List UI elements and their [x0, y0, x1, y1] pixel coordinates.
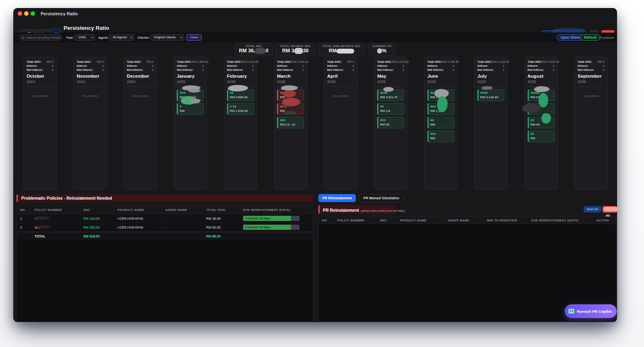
total-anc-value: RM 3,134.40	[492, 60, 509, 64]
minimize-window-button[interactable]	[24, 11, 29, 16]
policy-chip[interactable]: 40450	[528, 103, 555, 115]
column-header: DUE REINSTATEMENT (DAYS)	[528, 219, 593, 222]
policy-chip[interactable]: 4 93 RM 1,526.40	[227, 103, 254, 115]
policy-amount	[530, 109, 553, 113]
policy-chip[interactable]: 403 RM 2,0 .10	[277, 117, 304, 128]
divider	[377, 87, 404, 87]
stat-label: TOTAL INFORCE ANC	[280, 45, 311, 48]
column-header: TOTAL PAID	[203, 208, 240, 212]
year-select[interactable]: 2026▾	[75, 34, 95, 41]
search-box[interactable]	[19, 34, 62, 41]
policy-number: 403	[380, 118, 402, 122]
clear-filters-button[interactable]: Clear	[186, 34, 202, 41]
no-policies-text: No policies	[127, 94, 154, 98]
add-all-button[interactable]: Add All	[584, 206, 601, 213]
inforce-label: Inforce:	[528, 64, 539, 68]
policy-chip[interactable]: 40.1 RM	[277, 103, 304, 115]
not-inforce-value: 0	[353, 68, 354, 72]
month-name: February	[227, 74, 254, 78]
copilot-button[interactable]: RynoxX PR Copilot	[565, 304, 617, 318]
total-anc-value: RM 2,865.00	[192, 60, 208, 64]
policy-amount: RM	[530, 136, 553, 140]
clear-all-label: Clear All	[606, 207, 614, 217]
search-input[interactable]	[26, 35, 61, 40]
inforce-value: 3	[402, 64, 404, 68]
not-inforce-value: 0	[252, 68, 254, 72]
policy-chip[interactable]: 15 RM 40	[528, 117, 555, 128]
total-anc-label: Total ANC:	[427, 60, 442, 64]
total-anc-label: Total ANC:	[277, 60, 292, 64]
divider	[327, 87, 354, 87]
zoom-window-button[interactable]	[31, 11, 35, 16]
divider	[127, 87, 154, 87]
inforce-value: 1	[302, 64, 304, 68]
close-window-button[interactable]	[18, 11, 22, 16]
agent-select[interactable]: All Agents▾	[109, 34, 134, 41]
total-value: RM 528.00	[80, 234, 114, 238]
policy-chip[interactable]: 40 RM	[528, 130, 555, 142]
clients-select[interactable]: Original Clients▾	[150, 34, 184, 41]
not-inforce-value: 2	[302, 68, 304, 72]
window-titlebar: Persistency Ratio	[14, 8, 617, 18]
policy-chip[interactable]: 4036 RM 3,911.40	[377, 89, 404, 101]
policy-chip[interactable]: 403 RM 2,356.0	[177, 89, 204, 101]
not-inforce-label: Not Inforce:	[528, 68, 544, 72]
policy-chip[interactable]: 40 RM 3,6	[377, 103, 404, 115]
policy-chip[interactable]: 403 RM 55	[377, 117, 404, 128]
month-year: 2024	[76, 79, 103, 84]
section-note: (please select policy from left table)	[361, 209, 405, 212]
no-policies-text: No policies	[327, 94, 354, 98]
policy-number: 404	[430, 105, 452, 108]
month-year: 2024	[127, 79, 154, 84]
total-label: TOTAL	[31, 234, 80, 238]
total-anc-value: RM 3,349.10	[292, 60, 309, 64]
not-inforce-value: 0	[102, 68, 103, 72]
refresh-button[interactable]: Refresh	[580, 34, 601, 41]
inforce-value: 0	[353, 64, 354, 68]
months-timeline: Total ANC:RM 0 Inforce:0 Not Inforce:0 O…	[23, 57, 608, 190]
column-header: PRODUCT NAME	[397, 219, 444, 222]
policy-chip[interactable]: 40450 RM 977.40	[528, 89, 555, 101]
month-card: Total ANC:RM 2,865.00 Inforce:2 Not Info…	[173, 57, 207, 190]
month-name: March	[277, 74, 304, 78]
column-header: AGENT NAME	[444, 219, 484, 222]
policy-amount: RM	[280, 109, 302, 113]
total-anc-label: Total ANC:	[528, 60, 543, 64]
inforce-label: Inforce:	[427, 64, 438, 68]
month-year: 2024	[27, 79, 54, 84]
column-header: AGENT NAME	[162, 208, 203, 212]
policy-number: 404	[430, 132, 452, 136]
policy-chip[interactable]: 4 RM	[177, 103, 204, 115]
total-anc-label: Total ANC:	[27, 60, 41, 64]
policy-chip[interactable]: 40 RM	[277, 89, 304, 101]
table-row[interactable]: 14RM 228.00i-GR8 HARAPAN -RM 38.00 2 mon…	[17, 214, 313, 223]
policy-chip[interactable]: 404 4 RM	[427, 117, 454, 128]
column-header: DUE REINSTATEMENT (DAYS)	[240, 208, 313, 212]
tab-pr-reinstatement[interactable]: PR Reinstatement	[318, 194, 356, 202]
total-anc-value: RM 0	[97, 60, 103, 64]
policy-chip[interactable]: 46 RM 3,696.60	[227, 89, 254, 101]
table-header-row: NOPOLICY NUMBERANCPRODUCT NAMEAGENT NAME…	[17, 206, 313, 214]
policy-chip[interactable]: 404 RM	[427, 130, 454, 142]
inforce-label: Inforce:	[327, 64, 338, 68]
column-header: POLICY NUMBER	[31, 208, 80, 212]
month-year: 2025	[427, 79, 454, 84]
year-label: Year:	[66, 36, 74, 39]
policy-amount: RM 3,134.40	[480, 95, 502, 99]
clear-all-button[interactable]: Clear All	[603, 206, 617, 213]
policy-amount: RM	[280, 95, 302, 99]
policy-amount: RM 3,696.60	[230, 95, 252, 99]
total-anc-value: RM 0	[347, 60, 354, 64]
policy-chip[interactable]: 404 RM 1,1	[427, 103, 454, 115]
redaction-blob	[294, 48, 303, 54]
policy-chip[interactable]: 4045 RM 3,134.40	[477, 89, 504, 101]
divider	[477, 87, 504, 87]
month-name: August	[528, 74, 555, 78]
not-inforce-value: 0	[603, 68, 605, 72]
tab-pr-manual-simulation[interactable]: PR Manual Simulation	[359, 194, 404, 202]
policy-chip[interactable]: 404 RM 1,4	[427, 89, 454, 101]
policy-amount: RM 1,4	[430, 95, 452, 99]
open-sheet-button[interactable]: Open Sheet	[557, 34, 584, 41]
column-header: MIN TO REINSTATE	[484, 219, 528, 222]
table-row[interactable]: 2401RM 300.00i-GR8 HARAPAN -RM 50.00 2 m…	[17, 223, 313, 232]
